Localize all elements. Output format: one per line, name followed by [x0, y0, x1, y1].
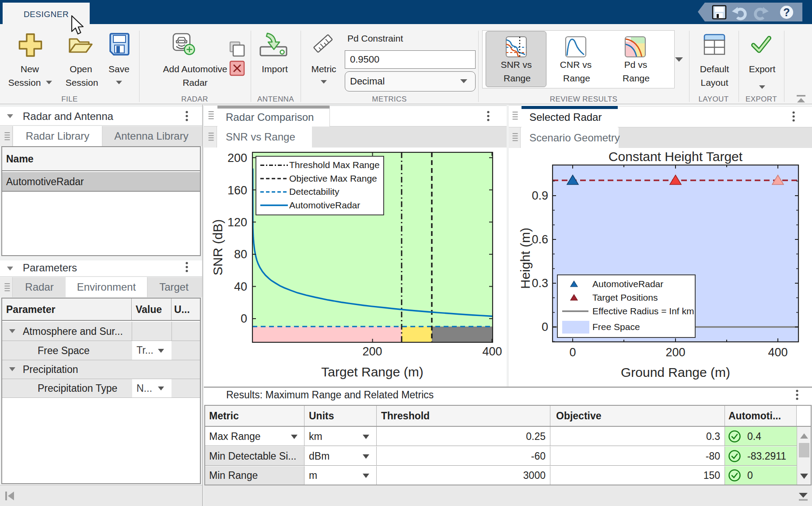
- svg-text:160: 160: [228, 184, 247, 197]
- svg-text:200: 200: [228, 151, 247, 165]
- svg-text:Threshold Max Range: Threshold Max Range: [289, 160, 380, 170]
- svg-text:200: 200: [665, 346, 685, 359]
- svg-text:0: 0: [569, 346, 576, 359]
- svg-text:Target Positions: Target Positions: [592, 292, 658, 302]
- svg-text:120: 120: [228, 216, 247, 229]
- svg-text:400: 400: [768, 346, 788, 359]
- svg-text:AutomotiveRadar: AutomotiveRadar: [289, 200, 360, 210]
- svg-text:0: 0: [241, 312, 247, 325]
- svg-text:0.9: 0.9: [532, 189, 548, 202]
- svg-text:0.6: 0.6: [532, 233, 548, 246]
- svg-text:Objective Max Range: Objective Max Range: [289, 173, 377, 183]
- svg-text:Ground Range (m): Ground Range (m): [621, 365, 730, 380]
- svg-text:Free Space: Free Space: [592, 322, 640, 332]
- svg-text:0.3: 0.3: [532, 277, 548, 290]
- svg-text:Height (m): Height (m): [518, 228, 532, 289]
- svg-text:Effective Radius = Inf km: Effective Radius = Inf km: [592, 306, 694, 316]
- svg-text:Target Range (m): Target Range (m): [321, 365, 423, 379]
- svg-text:200: 200: [362, 345, 382, 358]
- svg-text:SNR (dB): SNR (dB): [210, 219, 225, 275]
- svg-text:Detectability: Detectability: [289, 186, 340, 197]
- svg-text:AutomotiveRadar: AutomotiveRadar: [592, 279, 663, 289]
- svg-text:80: 80: [234, 248, 247, 261]
- svg-text:40: 40: [234, 280, 247, 293]
- svg-text:Constant Height Target: Constant Height Target: [609, 149, 743, 164]
- svg-text:0: 0: [542, 320, 548, 334]
- svg-text:?: ?: [783, 6, 790, 18]
- svg-text:400: 400: [482, 345, 502, 358]
